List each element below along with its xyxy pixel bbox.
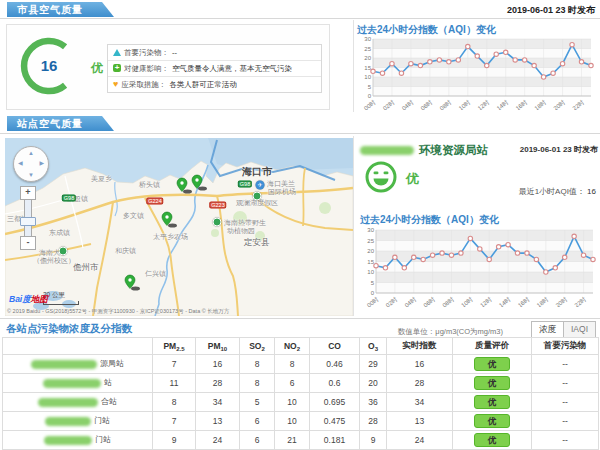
station-marker-icon[interactable] bbox=[160, 211, 178, 229]
svg-text:0: 0 bbox=[368, 93, 372, 99]
value-cell: 5 bbox=[240, 393, 275, 412]
recent-aqi: 最近1小时AQI值： 16 bbox=[519, 186, 596, 197]
city-aqi-chart: 05101520253000时02时04时06时08时10时12时14时16时1… bbox=[357, 36, 596, 110]
station-name-blur bbox=[38, 398, 98, 407]
map-scale: 20 公里 bbox=[43, 291, 79, 305]
tab-station-air-quality[interactable]: 站点空气质量 bbox=[7, 116, 114, 131]
station-name-suffix: 门站 bbox=[94, 417, 110, 426]
column-header: SO2 bbox=[240, 338, 275, 355]
zoom-out-button[interactable]: - bbox=[20, 236, 36, 250]
publish-date-station: 2019-06-01 23 时发布 bbox=[520, 144, 598, 155]
svg-text:02时: 02时 bbox=[382, 99, 396, 110]
value-cell: 6 bbox=[240, 431, 275, 450]
table-row: 门站7136100.4752813优-- bbox=[3, 412, 599, 431]
primary-pollutant-cell: -- bbox=[532, 412, 599, 431]
aqi-value: 16 bbox=[18, 35, 80, 97]
value-cell: 36 bbox=[360, 393, 387, 412]
grade-badge: 优 bbox=[474, 376, 510, 390]
column-header: NO2 bbox=[275, 338, 310, 355]
station-grade: 优 bbox=[406, 170, 419, 188]
station-name-suffix: 源局站 bbox=[100, 360, 124, 369]
pan-up-icon[interactable]: ▲ bbox=[28, 150, 34, 156]
table-row: 源局站716880.462916优-- bbox=[3, 355, 599, 374]
svg-text:25: 25 bbox=[364, 46, 371, 52]
value-cell: 10 bbox=[275, 393, 310, 412]
info-value: -- bbox=[172, 48, 177, 57]
tab-city-air-quality[interactable]: 市县空气质量 bbox=[7, 2, 114, 17]
value-cell: 6 bbox=[275, 374, 310, 393]
toggle-浓度[interactable]: 浓度 bbox=[531, 321, 564, 338]
svg-text:16时: 16时 bbox=[517, 296, 531, 307]
value-cell: 0.6 bbox=[310, 374, 360, 393]
divider bbox=[0, 18, 600, 19]
map-copyright: © 2019 Baidu - GS(2018)5572号 - 甲测资字11009… bbox=[7, 308, 229, 315]
pan-left-icon[interactable]: ◀ bbox=[18, 160, 23, 166]
primary-pollutant-cell: -- bbox=[532, 355, 599, 374]
station-name-suffix: 门站 bbox=[95, 436, 111, 445]
svg-text:30: 30 bbox=[367, 227, 374, 233]
station-name-blur bbox=[360, 146, 414, 155]
station-name-suffix: 合站 bbox=[101, 398, 117, 407]
svg-text:14时: 14时 bbox=[496, 99, 510, 110]
info-label: 首要污染物： bbox=[124, 48, 169, 57]
value-cell: 28 bbox=[387, 374, 453, 393]
divider bbox=[0, 133, 600, 134]
value-cell: 24 bbox=[196, 431, 240, 450]
pan-right-icon[interactable]: ▶ bbox=[39, 160, 44, 166]
column-header: O3 bbox=[360, 338, 387, 355]
station-marker-icon[interactable] bbox=[123, 274, 141, 292]
value-cell: 11 bbox=[153, 374, 196, 393]
svg-text:15: 15 bbox=[364, 65, 371, 71]
svg-text:5: 5 bbox=[371, 280, 375, 286]
svg-text:10: 10 bbox=[367, 269, 374, 275]
grade-badge: 优 bbox=[474, 414, 510, 428]
road-badge: G98 bbox=[62, 195, 76, 202]
zoom-track[interactable] bbox=[24, 200, 32, 236]
map[interactable]: 海口市海口美兰国际机场观澜湖度假区海南热带野生动植物园定安县桥头镇美夏乡新盈镇多… bbox=[5, 138, 353, 316]
svg-text:06时: 06时 bbox=[423, 296, 437, 307]
station-name-cell: 门站 bbox=[3, 431, 153, 450]
info-label: 应采取措施： bbox=[121, 80, 166, 89]
zoom-slider-handle[interactable] bbox=[20, 217, 36, 226]
value-cell: 20 bbox=[360, 374, 387, 393]
map-pan-control[interactable]: ▲ ▼ ◀ ▶ bbox=[13, 146, 49, 182]
grade-cell: 优 bbox=[453, 412, 532, 431]
pan-down-icon[interactable]: ▼ bbox=[28, 172, 34, 178]
station-name-cell: 门站 bbox=[3, 412, 153, 431]
poi-icon bbox=[253, 192, 262, 201]
station-name: 环境资源局站 bbox=[419, 144, 488, 156]
grade-badge: 优 bbox=[474, 433, 510, 447]
aqi-gauge: 16 bbox=[18, 35, 80, 97]
station-aqi-chart: 05101520253000时02时04时06时08时10时12时14时16时1… bbox=[360, 227, 598, 307]
info-row: 首要污染物：-- bbox=[108, 45, 321, 61]
svg-text:04时: 04时 bbox=[401, 99, 415, 110]
mode-toggle-group: 浓度IAQI bbox=[531, 321, 596, 338]
svg-text:00时: 00时 bbox=[366, 296, 380, 307]
svg-text:22时: 22时 bbox=[573, 296, 587, 307]
scale-bar bbox=[43, 301, 79, 305]
map-zoom-control[interactable]: + - bbox=[20, 186, 36, 250]
svg-text:10: 10 bbox=[364, 74, 371, 80]
city-aqi-card: 16 优 首要污染物：--+对健康影响：空气质量令人满意，基本无空气污染♥应采取… bbox=[6, 24, 330, 110]
svg-text:10时: 10时 bbox=[460, 296, 474, 307]
value-cell: 24 bbox=[387, 431, 453, 450]
map-canvas[interactable] bbox=[5, 138, 353, 316]
station-marker-icon[interactable] bbox=[190, 174, 208, 192]
info-box: 首要污染物：--+对健康影响：空气质量令人满意，基本无空气污染♥应采取措施：各类… bbox=[107, 44, 322, 93]
value-cell: 10 bbox=[275, 412, 310, 431]
station-name-blur bbox=[44, 436, 92, 445]
value-cell: 0.181 bbox=[310, 431, 360, 450]
divider bbox=[353, 20, 354, 112]
station-name-suffix: 站 bbox=[104, 379, 112, 388]
recent-aqi-value: 16 bbox=[587, 187, 596, 196]
station-name-cell: 合站 bbox=[3, 393, 153, 412]
svg-text:12时: 12时 bbox=[479, 296, 493, 307]
road-badge: G223 bbox=[209, 202, 226, 209]
baidu-logo: Bai度地图 bbox=[9, 294, 48, 306]
grade-badge: 优 bbox=[474, 395, 510, 409]
toggle-IAQI[interactable]: IAQI bbox=[564, 321, 596, 338]
table-row: 合站8345100.6953634优-- bbox=[3, 393, 599, 412]
aqi-grade: 优 bbox=[91, 60, 103, 77]
zoom-in-button[interactable]: + bbox=[20, 186, 36, 200]
value-cell: 8 bbox=[240, 374, 275, 393]
